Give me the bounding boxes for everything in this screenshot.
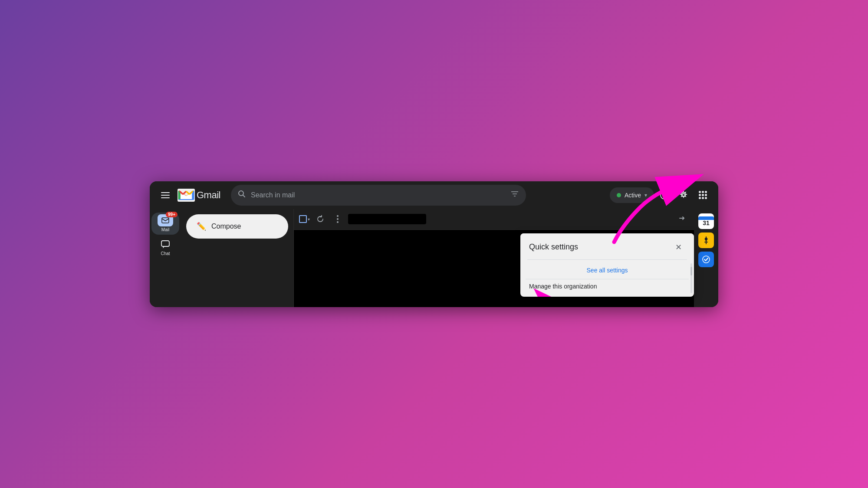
search-filter-icon[interactable] bbox=[510, 190, 519, 200]
svg-text:?: ? bbox=[663, 192, 666, 199]
calendar-day-number: 31 bbox=[703, 220, 710, 226]
more-options-button[interactable] bbox=[331, 212, 345, 226]
grid-icon bbox=[699, 191, 707, 199]
tasks-button[interactable] bbox=[697, 251, 715, 268]
left-sidebar: 99+ Mail Chat bbox=[150, 209, 181, 307]
quick-settings-panel: Quick settings ✕ See all settings Manage… bbox=[520, 233, 694, 297]
svg-point-17 bbox=[337, 221, 339, 223]
active-dot-indicator bbox=[617, 193, 621, 197]
mail-toolbar: ▾ bbox=[294, 209, 694, 230]
chevron-down-icon: ▾ bbox=[644, 192, 647, 198]
select-all-checkbox[interactable] bbox=[299, 215, 307, 223]
calendar-icon: 31 bbox=[698, 213, 714, 229]
active-label: Active bbox=[625, 192, 641, 199]
search-bar[interactable]: Search in mail bbox=[231, 185, 526, 206]
svg-rect-1 bbox=[161, 195, 170, 196]
search-icon bbox=[238, 190, 246, 200]
scroll-thumb bbox=[690, 267, 692, 276]
quick-settings-close-button[interactable]: ✕ bbox=[671, 240, 685, 254]
sidebar-chat-label: Chat bbox=[161, 251, 170, 256]
svg-rect-13 bbox=[162, 218, 169, 223]
compose-area: ✏️ Compose bbox=[181, 209, 294, 307]
svg-point-15 bbox=[337, 215, 339, 217]
right-sidebar: 31 bbox=[694, 209, 718, 307]
svg-point-16 bbox=[337, 218, 339, 220]
pagination-bar bbox=[348, 214, 426, 224]
help-button[interactable]: ? bbox=[656, 187, 673, 204]
settings-button[interactable] bbox=[675, 187, 692, 204]
refresh-button[interactable] bbox=[313, 212, 327, 226]
sidebar-item-mail[interactable]: 99+ Mail bbox=[151, 213, 179, 235]
menu-icon[interactable] bbox=[157, 187, 174, 204]
header-right: Active ▾ ? bbox=[610, 187, 711, 204]
keep-button[interactable] bbox=[697, 232, 715, 249]
svg-rect-14 bbox=[161, 241, 169, 246]
quick-settings-title: Quick settings bbox=[529, 242, 578, 252]
search-placeholder-text: Search in mail bbox=[251, 191, 505, 199]
sidebar-item-chat[interactable]: Chat bbox=[151, 236, 179, 259]
gmail-title: Gmail bbox=[197, 190, 220, 201]
mail-badge: 99+ bbox=[166, 212, 178, 217]
compose-button[interactable]: ✏️ Compose bbox=[186, 214, 288, 239]
mail-badge-container: 99+ bbox=[158, 214, 173, 226]
calendar-button[interactable]: 31 bbox=[697, 213, 715, 230]
svg-rect-2 bbox=[161, 197, 170, 198]
keep-icon bbox=[698, 233, 714, 248]
tasks-icon bbox=[698, 252, 714, 267]
see-all-settings-link[interactable]: See all settings bbox=[520, 262, 694, 279]
collapse-button[interactable] bbox=[675, 212, 689, 226]
mail-list-panel: ▾ bbox=[294, 209, 694, 307]
active-status-button[interactable]: Active ▾ bbox=[610, 187, 654, 203]
compose-pencil-icon: ✏️ bbox=[197, 222, 206, 231]
scroll-track bbox=[690, 263, 692, 293]
svg-point-19 bbox=[703, 256, 710, 263]
header-bar: Gmail Search in mail bbox=[150, 181, 718, 209]
select-all-area[interactable]: ▾ bbox=[299, 215, 310, 223]
manage-organization-link[interactable]: Manage this organization bbox=[520, 279, 694, 295]
select-dropdown-chevron[interactable]: ▾ bbox=[308, 217, 310, 222]
chat-icon bbox=[158, 238, 173, 250]
gmail-logo: Gmail bbox=[178, 189, 220, 202]
sidebar-mail-label: Mail bbox=[161, 227, 169, 232]
body-area: 99+ Mail Chat ✏️ Compose bbox=[150, 209, 718, 307]
svg-rect-0 bbox=[161, 192, 170, 193]
compose-label: Compose bbox=[211, 223, 241, 230]
svg-line-6 bbox=[243, 195, 245, 197]
quick-settings-header: Quick settings ✕ bbox=[520, 233, 694, 259]
gmail-window: Gmail Search in mail bbox=[150, 181, 718, 307]
apps-button[interactable] bbox=[694, 187, 711, 204]
